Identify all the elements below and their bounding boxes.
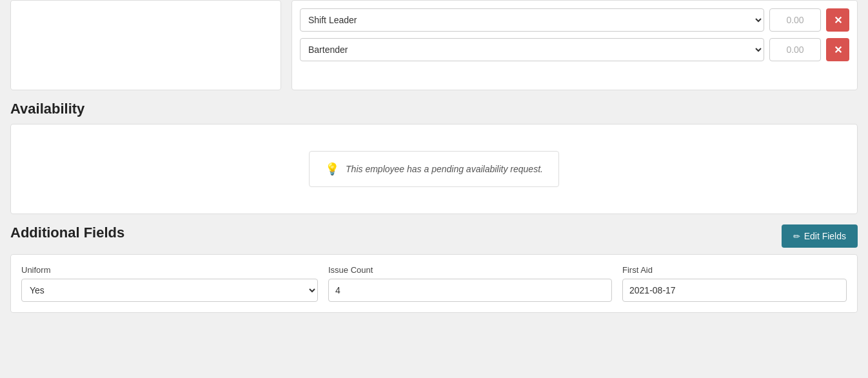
- role-row-1: Shift Leader Bartender Server Host Manag…: [300, 8, 849, 32]
- uniform-select[interactable]: Yes No: [21, 279, 318, 302]
- issue-count-input[interactable]: [328, 279, 612, 302]
- delete-role-1-button[interactable]: ✕: [826, 8, 849, 32]
- rate-input-1[interactable]: [769, 8, 821, 32]
- close-icon: ✕: [834, 14, 842, 26]
- role-select-2[interactable]: Shift Leader Bartender Server Host Manag…: [300, 38, 764, 61]
- top-section: Shift Leader Bartender Server Host Manag…: [10, 0, 858, 90]
- role-select-1[interactable]: Shift Leader Bartender Server Host Manag…: [300, 8, 764, 32]
- close-icon: ✕: [834, 44, 842, 56]
- first-aid-label: First Aid: [622, 265, 847, 275]
- pending-availability-text: This employee has a pending availability…: [346, 164, 543, 174]
- page-wrapper: Shift Leader Bartender Server Host Manag…: [0, 0, 868, 378]
- additional-fields-header: Additional Fields ✏ Edit Fields: [10, 224, 858, 248]
- additional-fields-section: Additional Fields ✏ Edit Fields Uniform …: [10, 224, 858, 313]
- availability-section: Availability 💡 This employee has a pendi…: [10, 101, 858, 214]
- rate-input-2[interactable]: [769, 38, 821, 61]
- pending-notice: 💡 This employee has a pending availabili…: [309, 151, 559, 187]
- bulb-icon: 💡: [325, 162, 339, 176]
- right-panel: Shift Leader Bartender Server Host Manag…: [291, 0, 858, 90]
- fields-row: Uniform Yes No Issue Count First Aid: [21, 265, 847, 302]
- field-group-first-aid: First Aid: [622, 265, 847, 302]
- edit-fields-button[interactable]: ✏ Edit Fields: [782, 224, 858, 248]
- field-group-issue-count: Issue Count: [328, 265, 612, 302]
- additional-fields-heading: Additional Fields: [10, 224, 124, 241]
- field-group-uniform: Uniform Yes No: [21, 265, 318, 302]
- first-aid-input[interactable]: [622, 279, 847, 302]
- availability-heading: Availability: [10, 101, 858, 117]
- issue-count-label: Issue Count: [328, 265, 612, 275]
- left-panel: [10, 0, 281, 90]
- uniform-label: Uniform: [21, 265, 318, 275]
- availability-card: 💡 This employee has a pending availabili…: [10, 124, 858, 214]
- edit-fields-label: Edit Fields: [804, 231, 846, 241]
- delete-role-2-button[interactable]: ✕: [826, 38, 849, 61]
- role-row-2: Shift Leader Bartender Server Host Manag…: [300, 38, 849, 61]
- pencil-icon: ✏: [793, 232, 800, 241]
- fields-card: Uniform Yes No Issue Count First Aid: [10, 254, 858, 313]
